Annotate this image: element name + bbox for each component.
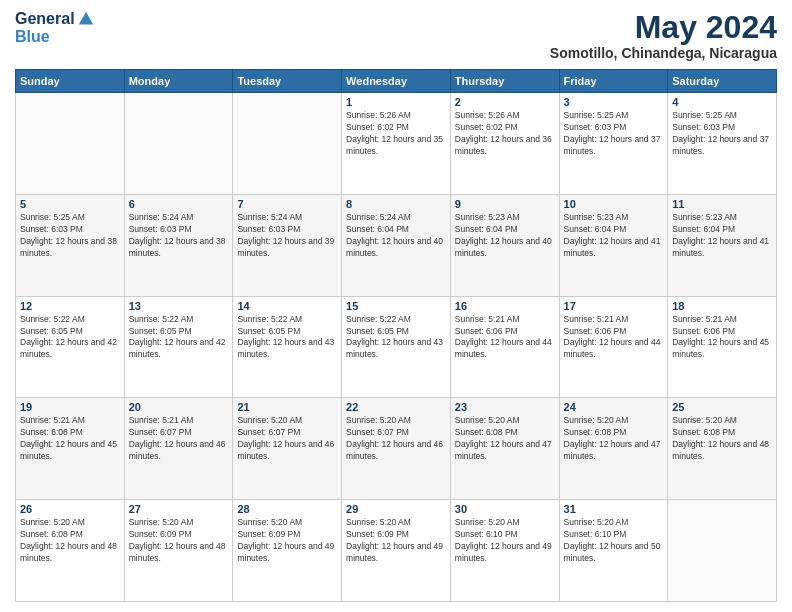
day-info: Sunrise: 5:24 AM Sunset: 6:03 PM Dayligh… xyxy=(237,212,337,260)
calendar-header: Sunday Monday Tuesday Wednesday Thursday… xyxy=(16,70,777,93)
calendar-cell: 1Sunrise: 5:26 AM Sunset: 6:02 PM Daylig… xyxy=(342,93,451,195)
header-thursday: Thursday xyxy=(450,70,559,93)
day-number: 21 xyxy=(237,401,337,413)
calendar-cell: 20Sunrise: 5:21 AM Sunset: 6:07 PM Dayli… xyxy=(124,398,233,500)
day-info: Sunrise: 5:21 AM Sunset: 6:06 PM Dayligh… xyxy=(564,314,664,362)
day-info: Sunrise: 5:21 AM Sunset: 6:07 PM Dayligh… xyxy=(129,415,229,463)
day-number: 14 xyxy=(237,300,337,312)
day-number: 6 xyxy=(129,198,229,210)
day-info: Sunrise: 5:24 AM Sunset: 6:04 PM Dayligh… xyxy=(346,212,446,260)
header-saturday: Saturday xyxy=(668,70,777,93)
calendar-cell: 24Sunrise: 5:20 AM Sunset: 6:08 PM Dayli… xyxy=(559,398,668,500)
day-number: 28 xyxy=(237,503,337,515)
day-number: 7 xyxy=(237,198,337,210)
day-info: Sunrise: 5:21 AM Sunset: 6:06 PM Dayligh… xyxy=(455,314,555,362)
calendar-week-1: 5Sunrise: 5:25 AM Sunset: 6:03 PM Daylig… xyxy=(16,194,777,296)
calendar-week-3: 19Sunrise: 5:21 AM Sunset: 6:06 PM Dayli… xyxy=(16,398,777,500)
calendar-cell xyxy=(233,93,342,195)
calendar-week-0: 1Sunrise: 5:26 AM Sunset: 6:02 PM Daylig… xyxy=(16,93,777,195)
logo: General Blue xyxy=(15,10,95,46)
calendar-cell: 6Sunrise: 5:24 AM Sunset: 6:03 PM Daylig… xyxy=(124,194,233,296)
day-info: Sunrise: 5:20 AM Sunset: 6:10 PM Dayligh… xyxy=(455,517,555,565)
day-info: Sunrise: 5:20 AM Sunset: 6:07 PM Dayligh… xyxy=(346,415,446,463)
day-number: 11 xyxy=(672,198,772,210)
calendar-cell: 3Sunrise: 5:25 AM Sunset: 6:03 PM Daylig… xyxy=(559,93,668,195)
day-number: 2 xyxy=(455,96,555,108)
day-number: 15 xyxy=(346,300,446,312)
day-number: 30 xyxy=(455,503,555,515)
day-number: 13 xyxy=(129,300,229,312)
calendar-cell: 13Sunrise: 5:22 AM Sunset: 6:05 PM Dayli… xyxy=(124,296,233,398)
day-number: 22 xyxy=(346,401,446,413)
logo-icon xyxy=(77,10,95,28)
day-number: 17 xyxy=(564,300,664,312)
day-info: Sunrise: 5:20 AM Sunset: 6:09 PM Dayligh… xyxy=(346,517,446,565)
day-number: 8 xyxy=(346,198,446,210)
calendar-cell: 14Sunrise: 5:22 AM Sunset: 6:05 PM Dayli… xyxy=(233,296,342,398)
svg-marker-0 xyxy=(78,12,92,25)
logo-blue-text: Blue xyxy=(15,28,50,46)
location: Somotillo, Chinandega, Nicaragua xyxy=(550,45,777,61)
day-number: 20 xyxy=(129,401,229,413)
calendar-cell: 5Sunrise: 5:25 AM Sunset: 6:03 PM Daylig… xyxy=(16,194,125,296)
calendar-cell: 9Sunrise: 5:23 AM Sunset: 6:04 PM Daylig… xyxy=(450,194,559,296)
day-info: Sunrise: 5:25 AM Sunset: 6:03 PM Dayligh… xyxy=(564,110,664,158)
day-info: Sunrise: 5:22 AM Sunset: 6:05 PM Dayligh… xyxy=(129,314,229,362)
day-number: 9 xyxy=(455,198,555,210)
calendar-cell: 15Sunrise: 5:22 AM Sunset: 6:05 PM Dayli… xyxy=(342,296,451,398)
calendar-cell: 30Sunrise: 5:20 AM Sunset: 6:10 PM Dayli… xyxy=(450,500,559,602)
calendar-cell: 8Sunrise: 5:24 AM Sunset: 6:04 PM Daylig… xyxy=(342,194,451,296)
day-number: 29 xyxy=(346,503,446,515)
calendar-body: 1Sunrise: 5:26 AM Sunset: 6:02 PM Daylig… xyxy=(16,93,777,602)
header-friday: Friday xyxy=(559,70,668,93)
header-row: Sunday Monday Tuesday Wednesday Thursday… xyxy=(16,70,777,93)
calendar-cell: 4Sunrise: 5:25 AM Sunset: 6:03 PM Daylig… xyxy=(668,93,777,195)
month-title: May 2024 xyxy=(550,10,777,45)
calendar-cell: 22Sunrise: 5:20 AM Sunset: 6:07 PM Dayli… xyxy=(342,398,451,500)
calendar-cell xyxy=(124,93,233,195)
day-number: 1 xyxy=(346,96,446,108)
calendar-cell: 17Sunrise: 5:21 AM Sunset: 6:06 PM Dayli… xyxy=(559,296,668,398)
calendar-table: Sunday Monday Tuesday Wednesday Thursday… xyxy=(15,69,777,602)
calendar-cell: 19Sunrise: 5:21 AM Sunset: 6:06 PM Dayli… xyxy=(16,398,125,500)
day-info: Sunrise: 5:20 AM Sunset: 6:10 PM Dayligh… xyxy=(564,517,664,565)
title-section: May 2024 Somotillo, Chinandega, Nicaragu… xyxy=(550,10,777,61)
day-info: Sunrise: 5:25 AM Sunset: 6:03 PM Dayligh… xyxy=(672,110,772,158)
day-info: Sunrise: 5:22 AM Sunset: 6:05 PM Dayligh… xyxy=(20,314,120,362)
day-info: Sunrise: 5:25 AM Sunset: 6:03 PM Dayligh… xyxy=(20,212,120,260)
day-info: Sunrise: 5:26 AM Sunset: 6:02 PM Dayligh… xyxy=(346,110,446,158)
day-number: 19 xyxy=(20,401,120,413)
day-number: 4 xyxy=(672,96,772,108)
day-number: 16 xyxy=(455,300,555,312)
logo-text: General xyxy=(15,10,95,28)
header-sunday: Sunday xyxy=(16,70,125,93)
logo-general-text: General xyxy=(15,10,75,28)
header-monday: Monday xyxy=(124,70,233,93)
calendar-cell: 29Sunrise: 5:20 AM Sunset: 6:09 PM Dayli… xyxy=(342,500,451,602)
calendar-cell: 10Sunrise: 5:23 AM Sunset: 6:04 PM Dayli… xyxy=(559,194,668,296)
calendar-cell: 21Sunrise: 5:20 AM Sunset: 6:07 PM Dayli… xyxy=(233,398,342,500)
day-number: 5 xyxy=(20,198,120,210)
day-info: Sunrise: 5:23 AM Sunset: 6:04 PM Dayligh… xyxy=(672,212,772,260)
day-info: Sunrise: 5:20 AM Sunset: 6:08 PM Dayligh… xyxy=(20,517,120,565)
day-number: 23 xyxy=(455,401,555,413)
day-info: Sunrise: 5:26 AM Sunset: 6:02 PM Dayligh… xyxy=(455,110,555,158)
calendar-cell: 25Sunrise: 5:20 AM Sunset: 6:08 PM Dayli… xyxy=(668,398,777,500)
day-number: 31 xyxy=(564,503,664,515)
day-info: Sunrise: 5:21 AM Sunset: 6:06 PM Dayligh… xyxy=(20,415,120,463)
page: General Blue May 2024 Somotillo, Chinand… xyxy=(0,0,792,612)
day-info: Sunrise: 5:23 AM Sunset: 6:04 PM Dayligh… xyxy=(564,212,664,260)
day-number: 24 xyxy=(564,401,664,413)
day-info: Sunrise: 5:20 AM Sunset: 6:08 PM Dayligh… xyxy=(672,415,772,463)
day-number: 26 xyxy=(20,503,120,515)
day-info: Sunrise: 5:20 AM Sunset: 6:08 PM Dayligh… xyxy=(455,415,555,463)
calendar-cell xyxy=(16,93,125,195)
day-info: Sunrise: 5:20 AM Sunset: 6:07 PM Dayligh… xyxy=(237,415,337,463)
day-number: 3 xyxy=(564,96,664,108)
calendar-cell: 26Sunrise: 5:20 AM Sunset: 6:08 PM Dayli… xyxy=(16,500,125,602)
calendar-cell: 31Sunrise: 5:20 AM Sunset: 6:10 PM Dayli… xyxy=(559,500,668,602)
calendar-cell xyxy=(668,500,777,602)
calendar-cell: 23Sunrise: 5:20 AM Sunset: 6:08 PM Dayli… xyxy=(450,398,559,500)
day-info: Sunrise: 5:22 AM Sunset: 6:05 PM Dayligh… xyxy=(237,314,337,362)
day-info: Sunrise: 5:22 AM Sunset: 6:05 PM Dayligh… xyxy=(346,314,446,362)
